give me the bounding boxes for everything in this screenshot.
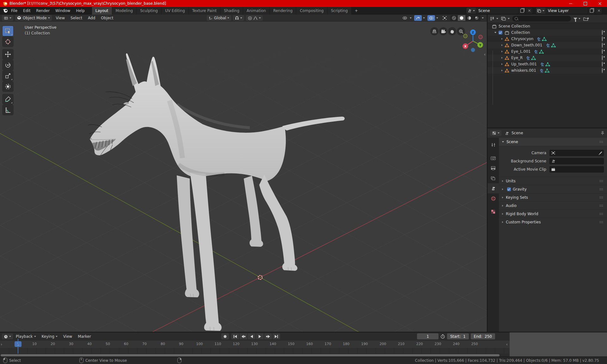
properties-editor-type-button[interactable] (490, 130, 501, 136)
viewport-menu-item[interactable]: View (53, 15, 68, 21)
collapsed-panel[interactable]: Custom Properties (499, 218, 607, 226)
camera-view-button[interactable] (439, 27, 447, 35)
scene-copy-button[interactable] (518, 8, 525, 14)
workspace-tab[interactable]: Scripting (328, 7, 352, 15)
timeline-left-arrow[interactable]: › (1, 342, 2, 347)
outliner-object-row[interactable]: Chrysocyon (487, 36, 607, 42)
mode-selector[interactable]: Object Mode (15, 15, 52, 21)
drag-handle[interactable] (599, 141, 604, 143)
expand-arrow-icon[interactable] (501, 51, 503, 52)
toggle-grid-button[interactable] (430, 27, 438, 35)
record-button[interactable] (221, 333, 229, 339)
menu-item[interactable]: Render (33, 7, 52, 14)
scene-dropdown-icon[interactable] (466, 8, 476, 14)
play-button[interactable] (256, 333, 264, 339)
expand-arrow-icon[interactable] (494, 32, 496, 33)
timeline-menu-item[interactable]: Playback (13, 333, 39, 340)
stopwatch-icon[interactable] (440, 334, 445, 339)
jump-to-start-button[interactable] (231, 333, 239, 339)
hide-toggle[interactable] (602, 56, 603, 60)
new-collection-button[interactable] (583, 16, 589, 21)
outliner-row-collection[interactable]: Collection (487, 29, 607, 36)
viewport-menu-item[interactable]: Object (98, 15, 116, 21)
timeline-menu-item[interactable]: View (60, 333, 75, 340)
next-keyframe-button[interactable] (264, 333, 272, 339)
menu-item[interactable]: File (8, 7, 20, 14)
outliner-object-row[interactable]: whiskers.001 (487, 67, 607, 74)
tab-view-layer[interactable] (487, 173, 499, 183)
chevron-down-icon[interactable] (410, 17, 412, 19)
region-collapse-arrow[interactable]: ‹ (484, 52, 486, 57)
view-layer-field[interactable]: View Layer (545, 9, 588, 13)
show-overlays-toggle[interactable] (427, 15, 435, 21)
view-layer-remove-button[interactable] (595, 8, 602, 14)
collapsed-panel[interactable]: Keying Sets (499, 193, 607, 201)
shading-wireframe-button[interactable] (450, 15, 458, 21)
workspace-tab[interactable]: UV Editing (162, 7, 189, 15)
tool-measure[interactable] (3, 105, 13, 115)
tool-transform[interactable] (3, 82, 13, 92)
expand-arrow-icon[interactable] (501, 44, 503, 46)
tool-annotate[interactable] (3, 94, 13, 104)
scene-unlink-button[interactable] (525, 8, 533, 14)
collapsed-panel[interactable]: Audio (499, 201, 607, 209)
hide-toggle[interactable] (602, 37, 603, 41)
pin-icon[interactable] (600, 131, 604, 135)
chevron-down-icon[interactable] (423, 17, 425, 19)
current-frame-field[interactable]: 1 (417, 333, 438, 339)
panel-checkbox[interactable] (507, 187, 511, 191)
camera-field[interactable] (549, 150, 604, 156)
shading-solid-button[interactable] (458, 15, 465, 21)
collection-checkbox[interactable] (499, 31, 502, 34)
filter-display-icon[interactable] (501, 16, 506, 21)
add-workspace-button[interactable]: + (352, 9, 361, 13)
scene-panel-header[interactable]: Scene (499, 138, 607, 146)
view-layer-copy-button[interactable] (588, 8, 595, 14)
outliner-object-row[interactable]: Eye_R (487, 55, 607, 61)
expand-arrow-icon[interactable] (501, 63, 503, 65)
end-frame-field[interactable]: End: 250 (471, 333, 495, 339)
play-reverse-button[interactable] (248, 333, 255, 339)
viewport-menu-item[interactable]: Add (85, 15, 98, 21)
minimize-button[interactable] (563, 0, 578, 7)
show-gizmo-toggle[interactable] (414, 15, 422, 21)
hide-toggle[interactable] (602, 43, 603, 47)
tab-scene[interactable] (487, 183, 499, 193)
timeline-track[interactable] (0, 348, 510, 354)
drag-handle[interactable] (599, 213, 604, 215)
workspace-tab[interactable]: Sculpting (137, 7, 162, 15)
outliner-object-row[interactable]: Up_teeth.001 (487, 61, 607, 67)
workspace-tab[interactable]: Modeling (112, 7, 137, 15)
prev-keyframe-button[interactable] (240, 333, 247, 339)
drag-handle[interactable] (599, 180, 604, 182)
jump-to-end-button[interactable] (273, 333, 280, 339)
timeline-ruler[interactable]: 1020304050607080901001101201301401501601… (0, 341, 510, 348)
drag-handle[interactable] (599, 221, 604, 223)
outliner-object-row[interactable]: Down_teeth.001 (487, 42, 607, 48)
shading-rendered-button[interactable] (473, 15, 481, 21)
workspace-tab[interactable]: Animation (243, 7, 270, 15)
expand-arrow-icon[interactable] (501, 70, 503, 71)
workspace-tab[interactable]: Layout (92, 7, 112, 15)
xray-toggle[interactable] (441, 15, 448, 21)
collapsed-panel[interactable]: Gravity (499, 185, 607, 193)
pan-view-button[interactable] (448, 27, 456, 35)
tab-world[interactable] (487, 193, 499, 203)
menu-item[interactable]: Help (73, 7, 87, 14)
view-layer-dropdown-icon[interactable] (536, 8, 545, 14)
chevron-down-icon[interactable] (496, 18, 498, 19)
outliner-object-row[interactable]: Eye_L.001 (487, 48, 607, 55)
outliner-search-input[interactable] (512, 16, 571, 21)
workspace-tab[interactable]: Texture Paint (189, 7, 220, 15)
timeline-scrollbar[interactable] (1, 354, 500, 356)
proportional-editing-button[interactable] (246, 15, 263, 21)
workspace-tab[interactable]: Rendering (270, 7, 296, 15)
tab-output[interactable] (487, 163, 499, 173)
gizmo-axis-neg-y[interactable] (463, 34, 467, 38)
menu-item[interactable]: Edit (20, 7, 33, 14)
tab-texture[interactable] (487, 207, 499, 217)
timeline-editor-type-button[interactable] (2, 334, 13, 339)
outliner-row-scene-collection[interactable]: Scene Collection (487, 23, 607, 29)
filter-funnel-icon[interactable] (573, 18, 577, 20)
tool-rotate[interactable] (3, 60, 13, 70)
